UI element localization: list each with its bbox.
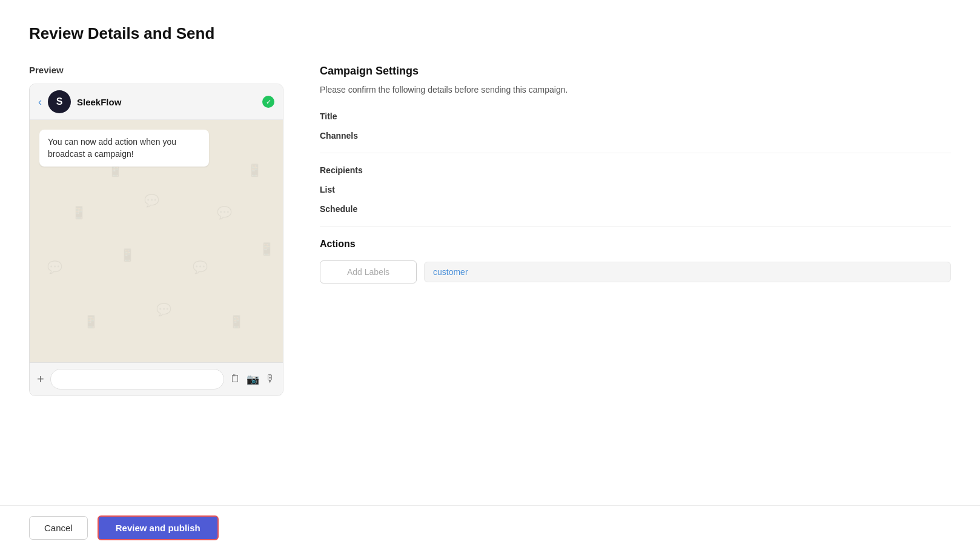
svg-text:📱: 📱 xyxy=(247,163,262,177)
chat-bubble: You can now add action when you broadcas… xyxy=(39,130,209,167)
svg-text:💬: 💬 xyxy=(156,302,171,317)
back-arrow-icon[interactable]: ‹ xyxy=(38,96,42,108)
divider-1 xyxy=(320,153,951,153)
channels-field-label: Channels xyxy=(320,131,951,141)
svg-text:💬: 💬 xyxy=(47,260,62,274)
field-channels: Channels xyxy=(320,131,951,141)
svg-text:📱: 📱 xyxy=(259,242,274,256)
label-tag-customer: customer xyxy=(433,267,468,277)
chat-input-bar: + 🗒 📷 🎙 xyxy=(30,362,283,396)
preview-label: Preview xyxy=(29,65,283,75)
add-labels-button[interactable]: Add Labels xyxy=(320,260,417,283)
cancel-button[interactable]: Cancel xyxy=(29,516,88,540)
recipients-field-label: Recipients xyxy=(320,165,951,175)
contact-name: SleekFlow xyxy=(77,97,256,107)
svg-text:💬: 💬 xyxy=(217,205,232,220)
review-publish-button[interactable]: Review and publish xyxy=(98,515,219,540)
label-tag-container[interactable]: customer xyxy=(424,262,951,282)
recipients-section: Recipients List Schedule xyxy=(320,165,951,214)
mic-icon[interactable]: 🎙 xyxy=(265,373,276,385)
page-title: Review Details and Send xyxy=(29,24,951,43)
actions-section-title: Actions xyxy=(320,239,951,250)
svg-text:📱: 📱 xyxy=(71,205,87,220)
field-list: List xyxy=(320,185,951,194)
verified-icon: ✓ xyxy=(262,96,274,108)
chat-text-input[interactable] xyxy=(50,369,224,389)
chat-plus-icon[interactable]: + xyxy=(37,373,44,386)
campaign-settings-subtitle: Please confirm the following details bef… xyxy=(320,85,951,94)
schedule-field-label: Schedule xyxy=(320,204,951,214)
field-recipients: Recipients xyxy=(320,165,951,175)
svg-text:💬: 💬 xyxy=(144,193,159,208)
actions-row: Add Labels customer xyxy=(320,260,951,283)
title-field-label: Title xyxy=(320,111,951,121)
sticker-icon[interactable]: 🗒 xyxy=(230,373,240,385)
campaign-settings-title: Campaign Settings xyxy=(320,65,951,78)
bottom-bar: Cancel Review and publish xyxy=(0,505,980,550)
camera-icon[interactable]: 📷 xyxy=(247,373,259,386)
phone-mockup: ‹ S SleekFlow ✓ 💬 📱 xyxy=(29,84,283,396)
field-title: Title xyxy=(320,111,951,121)
list-field-label: List xyxy=(320,185,951,194)
avatar: S xyxy=(48,90,71,113)
preview-panel: Preview ‹ S SleekFlow ✓ xyxy=(29,65,283,396)
svg-text:📱: 📱 xyxy=(120,248,135,262)
campaign-settings-panel: Campaign Settings Please confirm the fol… xyxy=(320,65,951,283)
actions-section: Actions Add Labels customer xyxy=(320,239,951,283)
svg-text:📱: 📱 xyxy=(84,314,99,329)
chat-header: ‹ S SleekFlow ✓ xyxy=(30,84,283,120)
svg-text:💬: 💬 xyxy=(193,260,208,274)
svg-text:📱: 📱 xyxy=(229,314,244,329)
chat-area: 💬 📱 💬 📱 📱 💬 💬 💬 📱 💬 📱 xyxy=(30,120,283,362)
field-schedule: Schedule xyxy=(320,204,951,214)
divider-2 xyxy=(320,226,951,227)
